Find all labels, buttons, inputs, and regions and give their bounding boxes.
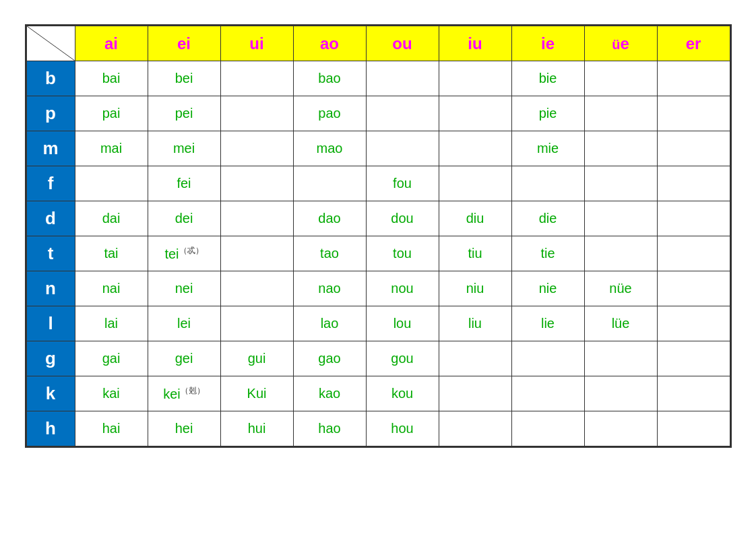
- header-cell-ui: ui: [220, 26, 293, 61]
- data-cell-r8-c4: gou: [366, 341, 439, 376]
- table-row: bbaibeibaobie: [26, 61, 730, 96]
- data-cell-r1-c5: [439, 96, 511, 131]
- data-cell-r3-c2: [220, 166, 293, 201]
- data-cell-r3-c1: fei: [148, 166, 220, 201]
- table-row: hhaiheihuihaohou: [26, 411, 730, 446]
- consonant-cell-m: m: [26, 131, 75, 166]
- data-cell-r0-c1: bei: [148, 61, 220, 96]
- data-cell-r3-c6: [511, 166, 584, 201]
- consonant-cell-h: h: [26, 411, 75, 446]
- data-cell-r4-c6: die: [511, 201, 584, 236]
- data-cell-r3-c7: [584, 166, 657, 201]
- header-cell-ou: ou: [366, 26, 439, 61]
- data-cell-r8-c8: [657, 341, 730, 376]
- consonant-cell-l: l: [26, 306, 75, 341]
- consonant-cell-b: b: [26, 61, 75, 96]
- consonant-cell-n: n: [26, 271, 75, 306]
- data-cell-r10-c7: [584, 411, 657, 446]
- data-cell-r6-c5: niu: [439, 271, 511, 306]
- data-cell-r5-c7: [584, 236, 657, 271]
- header-cell-üe: üe: [584, 26, 657, 61]
- data-cell-r7-c2: [220, 306, 293, 341]
- data-cell-r5-c0: tai: [75, 236, 148, 271]
- data-cell-r5-c2: [220, 236, 293, 271]
- data-cell-r10-c1: hei: [148, 411, 220, 446]
- data-cell-r1-c7: [584, 96, 657, 131]
- data-cell-r7-c4: lou: [366, 306, 439, 341]
- data-cell-r9-c1: kei（剋）: [148, 376, 220, 411]
- data-cell-r9-c6: [511, 376, 584, 411]
- data-cell-r5-c5: tiu: [439, 236, 511, 271]
- data-cell-r3-c3: [293, 166, 366, 201]
- corner-cell: [26, 26, 75, 61]
- data-cell-r0-c0: bai: [75, 61, 148, 96]
- data-cell-r0-c5: [439, 61, 511, 96]
- data-cell-r4-c2: [220, 201, 293, 236]
- data-cell-r3-c4: fou: [366, 166, 439, 201]
- data-cell-r2-c3: mao: [293, 131, 366, 166]
- data-cell-r1-c2: [220, 96, 293, 131]
- data-cell-r3-c5: [439, 166, 511, 201]
- table-row: mmaimeimaomie: [26, 131, 730, 166]
- data-cell-r6-c1: nei: [148, 271, 220, 306]
- data-cell-r10-c2: hui: [220, 411, 293, 446]
- data-cell-r6-c0: nai: [75, 271, 148, 306]
- table-row: kkaikei（剋）Kuikaokou: [26, 376, 730, 411]
- data-cell-r9-c3: kao: [293, 376, 366, 411]
- data-cell-r2-c7: [584, 131, 657, 166]
- data-cell-r1-c0: pai: [75, 96, 148, 131]
- data-cell-r10-c4: hou: [366, 411, 439, 446]
- header-cell-er: er: [657, 26, 730, 61]
- data-cell-r6-c4: nou: [366, 271, 439, 306]
- data-cell-r8-c6: [511, 341, 584, 376]
- data-cell-r9-c7: [584, 376, 657, 411]
- table-row: ffeifou: [26, 166, 730, 201]
- data-cell-r8-c7: [584, 341, 657, 376]
- data-cell-r6-c2: [220, 271, 293, 306]
- data-cell-r5-c1: tei（忒）: [148, 236, 220, 271]
- data-cell-r6-c6: nie: [511, 271, 584, 306]
- table-row: ddaideidaodoudiudie: [26, 201, 730, 236]
- header-cell-ai: ai: [75, 26, 148, 61]
- data-cell-r8-c5: [439, 341, 511, 376]
- data-cell-r5-c3: tao: [293, 236, 366, 271]
- data-cell-r10-c8: [657, 411, 730, 446]
- data-cell-r2-c5: [439, 131, 511, 166]
- data-cell-r4-c8: [657, 201, 730, 236]
- consonant-cell-d: d: [26, 201, 75, 236]
- data-cell-r3-c8: [657, 166, 730, 201]
- data-cell-r0-c8: [657, 61, 730, 96]
- header-cell-iu: iu: [439, 26, 511, 61]
- header-row: aieiuiaoouiuieüeer: [26, 26, 730, 61]
- data-cell-r7-c0: lai: [75, 306, 148, 341]
- consonant-cell-p: p: [26, 96, 75, 131]
- data-cell-r9-c0: kai: [75, 376, 148, 411]
- note-kei: （剋）: [181, 386, 205, 395]
- data-cell-r10-c0: hai: [75, 411, 148, 446]
- data-cell-r0-c6: bie: [511, 61, 584, 96]
- data-cell-r4-c0: dai: [75, 201, 148, 236]
- data-cell-r10-c3: hao: [293, 411, 366, 446]
- data-cell-r2-c0: mai: [75, 131, 148, 166]
- data-cell-r8-c3: gao: [293, 341, 366, 376]
- data-cell-r10-c6: [511, 411, 584, 446]
- data-cell-r7-c6: lie: [511, 306, 584, 341]
- data-cell-r5-c4: tou: [366, 236, 439, 271]
- table-row: llaileilaolouliulielüe: [26, 306, 730, 341]
- table-row: ttaitei（忒）taotoutiutie: [26, 236, 730, 271]
- consonant-cell-t: t: [26, 236, 75, 271]
- data-cell-r4-c7: [584, 201, 657, 236]
- svg-line-0: [27, 26, 75, 61]
- data-cell-r0-c7: [584, 61, 657, 96]
- data-cell-r0-c2: [220, 61, 293, 96]
- data-cell-r8-c2: gui: [220, 341, 293, 376]
- table-row: nnaineinaonouniunienüe: [26, 271, 730, 306]
- data-cell-r0-c4: [366, 61, 439, 96]
- data-cell-r7-c7: lüe: [584, 306, 657, 341]
- data-cell-r2-c8: [657, 131, 730, 166]
- consonant-cell-g: g: [26, 341, 75, 376]
- data-cell-r7-c3: lao: [293, 306, 366, 341]
- data-cell-r1-c1: pei: [148, 96, 220, 131]
- data-cell-r7-c1: lei: [148, 306, 220, 341]
- data-cell-r8-c0: gai: [75, 341, 148, 376]
